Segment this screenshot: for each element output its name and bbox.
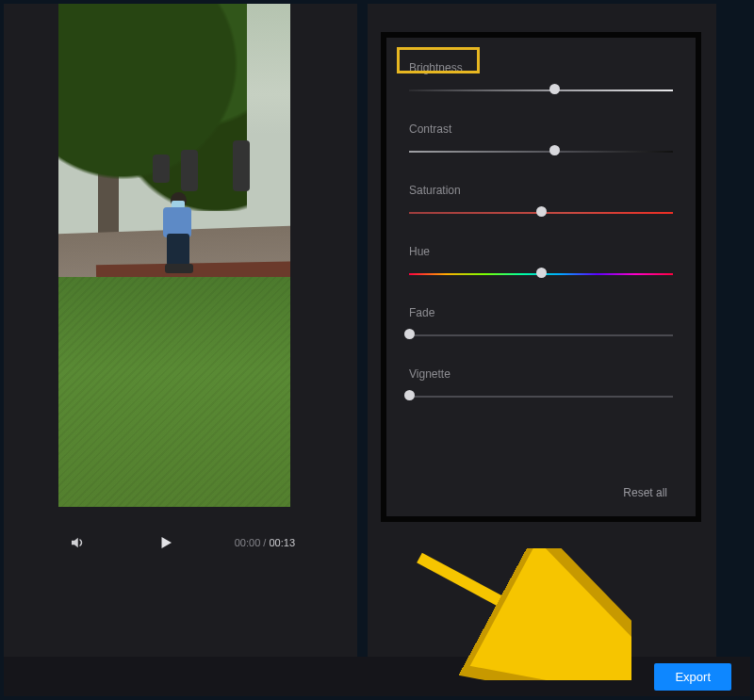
vignette-track [409, 396, 673, 398]
adjustments-panel: Brightness Contrast Saturation [368, 4, 716, 657]
hue-control: Hue [409, 242, 673, 277]
scene-figure [181, 150, 198, 191]
vignette-label: Vignette [409, 367, 451, 381]
reset-all-button[interactable]: Reset all [623, 486, 667, 499]
hue-knob[interactable] [536, 268, 547, 278]
scene-grass [58, 277, 290, 507]
adjustments-box: Brightness Contrast Saturation [381, 32, 701, 522]
hue-label: Hue [409, 245, 430, 258]
contrast-label: Contrast [409, 122, 451, 136]
contrast-control: Contrast [409, 120, 673, 155]
current-time: 00:00 [235, 537, 261, 548]
bottom-bar: Export [4, 657, 750, 696]
contrast-track [409, 151, 673, 153]
video-preview[interactable] [58, 4, 290, 507]
saturation-control: Saturation [409, 181, 673, 216]
fade-knob[interactable] [404, 329, 415, 339]
brightness-slider[interactable] [409, 88, 673, 93]
brightness-control: Brightness [409, 58, 673, 93]
vignette-knob[interactable] [404, 390, 415, 400]
scene-figure [153, 155, 170, 183]
brightness-track [409, 90, 673, 91]
player-controls: 00:00 / 00:13 [58, 531, 303, 554]
svg-marker-0 [72, 538, 78, 548]
brightness-label: Brightness [409, 61, 463, 74]
video-editor-screen: 00:00 / 00:13 Brightness Contrast [0, 0, 754, 700]
hue-slider[interactable] [409, 271, 673, 277]
fade-slider[interactable] [409, 333, 673, 338]
svg-marker-1 [162, 537, 172, 548]
fade-control: Fade [409, 303, 673, 338]
speaker-icon[interactable] [66, 531, 89, 554]
saturation-label: Saturation [409, 184, 461, 197]
saturation-slider[interactable] [409, 210, 673, 216]
time-display: 00:00 / 00:13 [235, 537, 295, 548]
contrast-knob[interactable] [549, 145, 560, 155]
scene-person-crouching [157, 192, 201, 277]
fade-track [409, 334, 673, 336]
contrast-slider[interactable] [409, 149, 673, 155]
vignette-control: Vignette [409, 365, 673, 399]
vignette-slider[interactable] [409, 394, 673, 399]
brightness-knob[interactable] [549, 84, 560, 94]
preview-panel: 00:00 / 00:13 [4, 4, 357, 657]
saturation-knob[interactable] [536, 206, 547, 217]
total-duration: 00:13 [269, 537, 295, 548]
export-button[interactable]: Export [654, 663, 731, 691]
play-icon[interactable] [155, 531, 177, 554]
fade-label: Fade [409, 306, 434, 319]
scene-figure [233, 140, 250, 191]
